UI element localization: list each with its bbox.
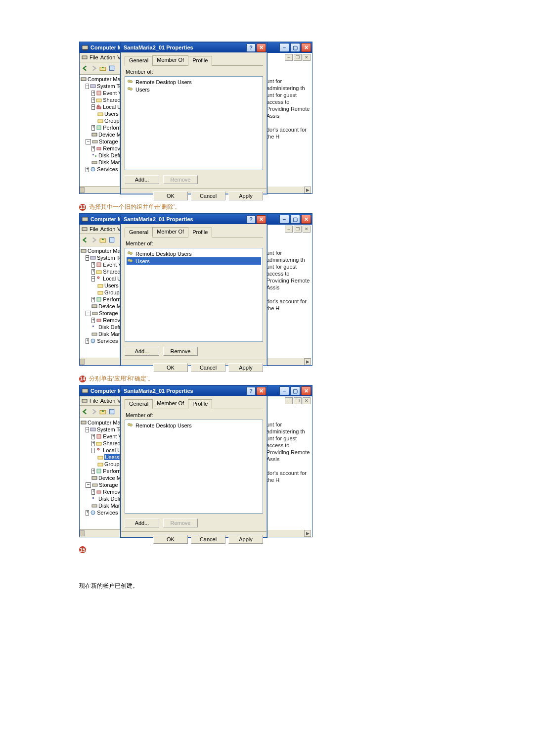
cancel-button[interactable]: Cancel	[191, 191, 225, 200]
tree-root[interactable]: Computer Manager	[88, 420, 120, 425]
tree-shared-folders[interactable]: Shared Fol	[103, 440, 120, 446]
tab-general[interactable]: General	[125, 56, 153, 66]
close-button[interactable]: ✕	[301, 43, 311, 52]
maximize-button[interactable]: ▢	[290, 215, 300, 224]
minimize-button[interactable]: –	[279, 386, 289, 395]
tree-services[interactable]: Services and A	[97, 510, 120, 516]
tree-groups[interactable]: Groups	[104, 289, 120, 295]
tree-event-viewer[interactable]: Event View	[103, 90, 120, 96]
menu-action[interactable]: Action	[100, 398, 116, 404]
tree-event-viewer[interactable]: Event View	[103, 262, 120, 268]
add-button[interactable]: Add...	[125, 519, 159, 527]
dialog-close-button[interactable]: ✕	[257, 387, 266, 395]
nav-back-icon[interactable]	[82, 236, 89, 243]
member-list[interactable]: Remote Desktop Users Users	[125, 76, 263, 170]
tree-expander[interactable]: –	[91, 104, 95, 110]
tree-groups[interactable]: Groups	[104, 118, 120, 124]
minimize-button[interactable]: –	[279, 215, 289, 224]
nav-fwd-icon[interactable]	[90, 65, 97, 72]
tree-removable[interactable]: Removable	[103, 145, 120, 151]
properties-icon[interactable]	[108, 236, 115, 243]
list-item-label[interactable]: Remote Desktop Users	[135, 79, 192, 85]
tab-profile[interactable]: Profile	[188, 228, 212, 237]
tree-disk-management[interactable]: Disk Manag	[98, 159, 120, 165]
properties-icon[interactable]	[108, 408, 115, 415]
tab-profile[interactable]: Profile	[188, 56, 212, 66]
apply-button[interactable]: Apply	[228, 363, 263, 372]
tree-device-manager[interactable]: Device Man	[98, 132, 120, 138]
mmc-tree[interactable]: Computer Manager –System Tools +Event Vi…	[80, 75, 120, 186]
child-close-icon[interactable]: ✕	[303, 54, 311, 61]
child-close-icon[interactable]: ✕	[303, 226, 311, 233]
add-button[interactable]: Add...	[125, 175, 159, 184]
close-button[interactable]: ✕	[301, 215, 311, 224]
tree-expander[interactable]: +	[91, 125, 95, 131]
remove-button[interactable]: Remove	[163, 347, 198, 356]
ok-button[interactable]: OK	[153, 363, 188, 372]
dialog-close-button[interactable]: ✕	[257, 215, 266, 224]
help-button[interactable]: ?	[246, 215, 256, 224]
maximize-button[interactable]: ▢	[290, 43, 300, 52]
tree-performance[interactable]: Performanc	[103, 296, 120, 302]
tree-disk-defrag[interactable]: Disk Defrag	[98, 324, 120, 330]
tree-expander[interactable]: –	[86, 84, 89, 89]
tree-event-viewer[interactable]: Event View	[103, 433, 120, 439]
mmc-tree[interactable]: Computer Manager –System Tools +Event Vi…	[80, 246, 120, 358]
tab-general[interactable]: General	[125, 399, 153, 409]
child-minimize-icon[interactable]: –	[285, 226, 293, 233]
maximize-button[interactable]: ▢	[290, 386, 300, 395]
up-folder-icon[interactable]	[99, 65, 106, 72]
tree-shared-folders[interactable]: Shared Fol	[103, 97, 120, 103]
tree-removable[interactable]: Removable	[103, 317, 120, 323]
menu-file[interactable]: File	[89, 54, 98, 60]
child-restore-icon[interactable]: ❐	[294, 397, 302, 404]
tree-expander[interactable]: +	[91, 146, 95, 151]
menu-file[interactable]: File	[89, 398, 98, 404]
tree-users[interactable]: Users	[104, 111, 119, 117]
cancel-button[interactable]: Cancel	[191, 535, 225, 544]
tree-local-users[interactable]: Local Users	[103, 447, 120, 453]
properties-icon[interactable]	[108, 65, 115, 72]
tree-local-users[interactable]: Local Users	[103, 104, 120, 110]
hscroll-right-stub[interactable]: ▶	[267, 187, 311, 193]
tree-storage[interactable]: Storage	[99, 310, 118, 316]
ok-button[interactable]: OK	[153, 191, 188, 200]
tree-groups[interactable]: Groups	[104, 461, 120, 467]
tree-expander[interactable]: +	[91, 97, 95, 103]
tab-general[interactable]: General	[125, 228, 153, 237]
tree-performance[interactable]: Performanc	[103, 468, 120, 474]
minimize-button[interactable]: –	[279, 43, 289, 52]
nav-back-icon[interactable]	[82, 65, 89, 72]
list-item-label[interactable]: Remote Desktop Users	[135, 251, 192, 257]
nav-back-icon[interactable]	[82, 408, 89, 415]
tab-member-of[interactable]: Member Of	[152, 399, 188, 409]
tree-expander[interactable]: +	[86, 167, 89, 172]
tree-shared-folders[interactable]: Shared Fol	[103, 269, 120, 275]
tree-removable[interactable]: Removable	[103, 489, 120, 495]
tree-system-tools[interactable]: System Tools	[97, 255, 120, 261]
tree-disk-management[interactable]: Disk Manag	[98, 503, 120, 509]
child-minimize-icon[interactable]: –	[285, 54, 293, 61]
tree-device-manager[interactable]: Device Man	[98, 475, 120, 481]
tree-disk-management[interactable]: Disk Manag	[98, 331, 120, 337]
child-restore-icon[interactable]: ❐	[294, 226, 302, 233]
tree-users-selected[interactable]: Users	[104, 454, 120, 460]
tree-disk-defrag[interactable]: Disk Defrag	[98, 152, 120, 158]
tree-device-manager[interactable]: Device Man	[98, 303, 120, 309]
hscroll-left-stub[interactable]	[80, 186, 120, 193]
child-close-icon[interactable]: ✕	[303, 397, 311, 404]
dialog-close-button[interactable]: ✕	[257, 44, 266, 52]
apply-button[interactable]: Apply	[228, 535, 263, 544]
tree-services[interactable]: Services and A	[97, 338, 120, 344]
remove-button[interactable]: Remove	[163, 519, 198, 527]
close-button[interactable]: ✕	[301, 386, 311, 395]
up-folder-icon[interactable]	[99, 236, 106, 243]
cancel-button[interactable]: Cancel	[191, 363, 225, 372]
tree-storage[interactable]: Storage	[99, 139, 118, 144]
tree-services[interactable]: Services and A	[97, 166, 120, 172]
tree-root[interactable]: Computer Manager	[88, 248, 120, 254]
menu-file[interactable]: File	[89, 226, 98, 232]
tree-expander[interactable]: –	[86, 139, 91, 144]
child-restore-icon[interactable]: ❐	[294, 54, 302, 61]
tab-member-of[interactable]: Member Of	[152, 227, 188, 237]
